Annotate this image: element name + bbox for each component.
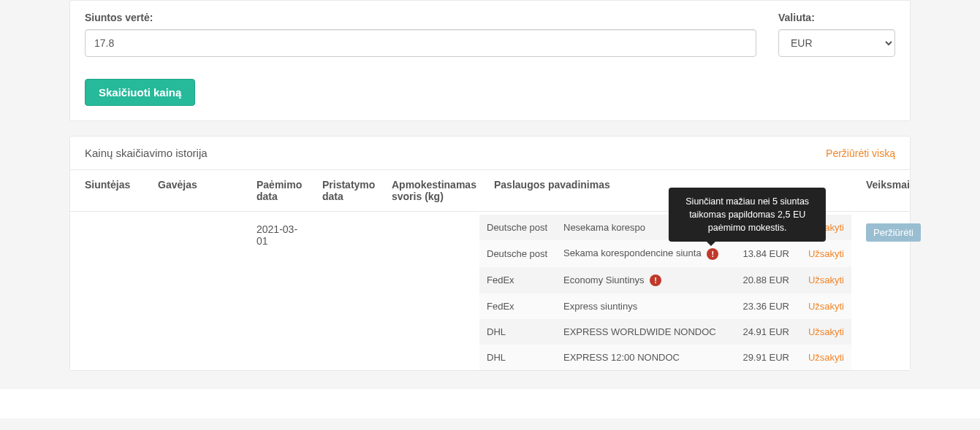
warning-icon[interactable]: ! (707, 248, 718, 260)
order-link[interactable]: Užsakyti (808, 222, 844, 233)
service-row: Deutsche post Nesekama korespo Užsakyti (479, 215, 851, 240)
shipment-value-input[interactable] (85, 29, 756, 57)
service-price: 24.91 EUR (731, 319, 797, 345)
cell-weight (377, 212, 479, 371)
service-name: EXPRESS 12:00 NONDOC (556, 345, 731, 370)
cell-sender (70, 212, 143, 371)
service-carrier: Deutsche post (479, 215, 556, 240)
cell-services: Deutsche post Nesekama korespo Užsakyti … (479, 212, 851, 371)
service-name: Nesekama korespo (556, 215, 731, 240)
service-price: 23.36 EUR (731, 293, 797, 319)
footer-strip (0, 389, 980, 418)
col-sender-header: Siuntėjas (70, 170, 143, 212)
col-weight-header: Apmokestinamas svoris (kg) (377, 170, 479, 212)
currency-label: Valiuta: (778, 12, 895, 23)
service-row: FedEx Express siuntinys 23.36 EUR Užsaky… (479, 293, 851, 319)
service-row: FedEx Economy Siuntinys ! 20.88 EUR Užsa… (479, 267, 851, 294)
cell-pickup: 2021-03-01 (242, 212, 308, 371)
cell-actions: Peržiūrėti (851, 212, 910, 371)
warning-icon[interactable]: ! (650, 274, 661, 286)
service-name: Economy Siuntinys ! (556, 267, 731, 294)
order-link[interactable]: Užsakyti (808, 301, 844, 312)
order-link[interactable]: Užsakyti (808, 352, 844, 363)
order-link[interactable]: Užsakyti (808, 248, 844, 259)
history-table: Siuntėjas Gavėjas Paėmimo data Pristatym… (70, 170, 910, 370)
value-label: Siuntos vertė: (85, 12, 756, 23)
cell-recipient (143, 212, 242, 371)
cell-delivery (308, 212, 377, 371)
services-table: Deutsche post Nesekama korespo Užsakyti … (479, 215, 851, 370)
service-price (731, 215, 797, 240)
order-link[interactable]: Užsakyti (808, 326, 844, 337)
service-carrier: FedEx (479, 293, 556, 319)
col-service-header: Paslaugos pavadinimas (479, 170, 851, 212)
col-actions-header: Veiksmai (851, 170, 910, 212)
service-price: 13.84 EUR (731, 240, 797, 267)
calculate-button[interactable]: Skaičiuoti kainą (85, 79, 195, 106)
service-carrier: DHL (479, 345, 556, 370)
history-row: 2021-03-01 Deutsche post Nesekama koresp… (70, 212, 910, 371)
history-panel: Kainų skaičiavimo istorija Peržiūrėti vi… (69, 136, 911, 371)
history-title: Kainų skaičiavimo istorija (85, 147, 208, 159)
service-price: 29.91 EUR (731, 345, 797, 370)
service-name: Express siuntinys (556, 293, 731, 319)
service-row: Deutsche post Sekama korespondencine siu… (479, 240, 851, 267)
col-pickup-header: Paėmimo data (242, 170, 308, 212)
view-button[interactable]: Peržiūrėti (866, 223, 921, 242)
service-name: EXPRESS WORLDWIDE NONDOC (556, 319, 731, 345)
service-row: DHL EXPRESS WORLDWIDE NONDOC 24.91 EUR U… (479, 319, 851, 345)
currency-select[interactable]: EUR (778, 29, 895, 57)
service-name: Sekama korespondencine siunta ! Siunčian… (556, 240, 731, 267)
service-row: DHL EXPRESS 12:00 NONDOC 29.91 EUR Užsak… (479, 345, 851, 370)
col-delivery-header: Pristatymo data (308, 170, 377, 212)
col-recipient-header: Gavėjas (143, 170, 242, 212)
service-carrier: DHL (479, 319, 556, 345)
service-carrier: Deutsche post (479, 240, 556, 267)
order-link[interactable]: Užsakyti (808, 274, 844, 285)
service-price: 20.88 EUR (731, 267, 797, 294)
service-carrier: FedEx (479, 267, 556, 294)
view-all-link[interactable]: Peržiūrėti viską (826, 147, 895, 159)
calc-form-panel: Siuntos vertė: Valiuta: EUR Skaičiuoti k… (69, 0, 911, 121)
